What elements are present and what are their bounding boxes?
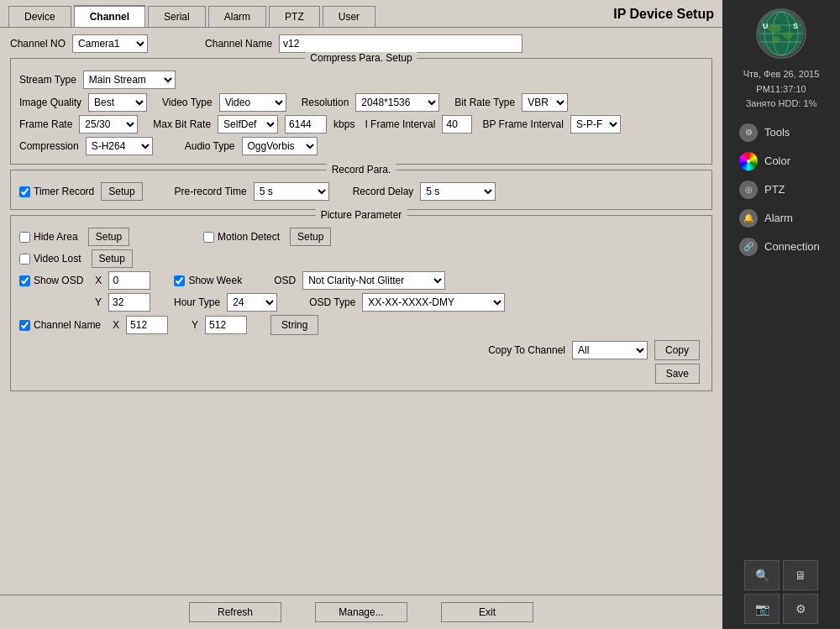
sidebar-menu: ⚙ Tools ● Color ◎ PTZ 🔔 Alarm 🔗 Connecti… [731, 118, 832, 261]
timer-record-setup-button[interactable]: Setup [101, 182, 142, 201]
connection-icon: 🔗 [739, 238, 758, 256]
tab-user[interactable]: User [323, 6, 375, 27]
bp-frame-select[interactable]: S-P-F [570, 115, 621, 134]
ptz-icon: ◎ [739, 181, 758, 199]
channel-name-input[interactable] [279, 34, 522, 53]
frame-rate-label: Frame Rate [19, 118, 72, 130]
bit-rate-type-select[interactable]: VBR [522, 93, 568, 112]
channel-no-select[interactable]: Camera1 [72, 34, 148, 53]
sidebar-monitor-button[interactable]: 🖥 [783, 560, 818, 590]
tab-channel[interactable]: Channel [74, 5, 145, 27]
video-type-label: Video Type [162, 97, 213, 108]
record-delay-select[interactable]: 5 s [420, 182, 496, 201]
hide-area-label: Hide Area [34, 231, 78, 243]
stream-type-select[interactable]: Main Stream [83, 71, 176, 89]
channel-name-pic-label: Channel Name [34, 319, 101, 331]
refresh-button[interactable]: Refresh [189, 602, 281, 622]
save-button[interactable]: Save [655, 364, 700, 384]
video-type-select[interactable]: Video [219, 93, 286, 112]
channel-name-y-input[interactable] [205, 316, 247, 334]
copy-to-channel-label: Copy To Channel [488, 344, 565, 356]
sidebar-item-tools[interactable]: ⚙ Tools [731, 118, 832, 147]
copy-button[interactable]: Copy [654, 340, 700, 360]
stream-type-label: Stream Type [19, 74, 76, 86]
sidebar-camera-button[interactable]: 📷 [744, 594, 780, 624]
svg-text:U: U [763, 22, 769, 30]
motion-detect-checkbox[interactable] [203, 232, 214, 243]
max-bit-rate-select[interactable]: SelfDef [218, 115, 278, 134]
sidebar-item-alarm[interactable]: 🔔 Alarm [731, 204, 832, 233]
manage-button[interactable]: Manage... [315, 602, 407, 622]
audio-type-label: Audio Type [185, 140, 235, 152]
i-frame-label: I Frame Interval [365, 118, 435, 130]
string-button[interactable]: String [270, 315, 318, 335]
channel-name-x-label: X [113, 319, 119, 331]
tab-device[interactable]: Device [8, 6, 71, 27]
svg-point-7 [783, 32, 793, 39]
channel-name-y-label: Y [192, 319, 198, 331]
timer-record-checkbox[interactable] [19, 186, 30, 197]
max-bit-rate-label: Max Bit Rate [153, 118, 211, 130]
compression-label: Compression [19, 140, 79, 152]
motion-detect-setup-button[interactable]: Setup [290, 228, 331, 246]
resolution-label: Resolution [302, 97, 349, 108]
sidebar-item-ptz[interactable]: ◎ PTZ [731, 176, 832, 204]
sidebar-item-connection[interactable]: 🔗 Connection [731, 233, 832, 261]
page-title: IP Device Setup [613, 7, 714, 25]
tab-alarm[interactable]: Alarm [208, 6, 266, 27]
video-lost-setup-button[interactable]: Setup [92, 249, 133, 268]
hide-area-checkbox[interactable] [19, 232, 30, 243]
image-quality-select[interactable]: Best [88, 93, 147, 112]
tools-icon: ⚙ [739, 123, 758, 142]
image-quality-label: Image Quality [19, 97, 81, 108]
record-delay-label: Record Delay [353, 186, 414, 197]
kbps-label: kbps [333, 118, 354, 130]
compress-section-title: Compress Para. Setup [305, 52, 417, 64]
hour-type-select[interactable]: 24 [227, 293, 277, 312]
show-osd-checkbox[interactable] [19, 275, 30, 286]
sidebar-search-button[interactable]: 🔍 [744, 560, 780, 590]
pre-record-select[interactable]: 5 s [254, 182, 329, 201]
max-bit-rate-input[interactable] [285, 115, 327, 134]
timer-record-label: Timer Record [34, 186, 94, 197]
bp-frame-label: BP Frame Interval [482, 118, 563, 130]
tab-serial[interactable]: Serial [148, 6, 206, 27]
show-week-label: Show Week [188, 275, 242, 286]
osd-label: OSD [274, 275, 296, 286]
osd-select[interactable]: Not Clarity-Not Glitter [302, 271, 445, 290]
frame-rate-select[interactable]: 25/30 [79, 115, 138, 134]
exit-button[interactable]: Exit [441, 602, 533, 622]
svg-point-8 [772, 36, 780, 43]
channel-no-label: Channel NO [10, 38, 66, 50]
osd-x-input[interactable] [108, 271, 150, 290]
sidebar-settings-button[interactable]: ⚙ [783, 594, 818, 624]
color-icon: ● [739, 152, 758, 170]
hide-area-setup-button[interactable]: Setup [88, 228, 129, 246]
sidebar-bottom-buttons: 🔍 🖥 📷 ⚙ [722, 555, 840, 629]
i-frame-input[interactable] [442, 115, 472, 134]
sidebar-item-color[interactable]: ● Color [731, 147, 832, 176]
sidebar-datetime: Чтв, Фев 26, 2015 PM11:37:10 Занято HDD:… [743, 67, 820, 112]
audio-type-select[interactable]: OggVorbis [242, 137, 318, 155]
osd-type-label: OSD Type [309, 296, 355, 308]
video-lost-checkbox[interactable] [19, 254, 30, 265]
video-lost-label: Video Lost [34, 253, 81, 265]
channel-name-checkbox[interactable] [19, 320, 30, 331]
motion-detect-label: Motion Detect [218, 231, 280, 243]
osd-y-label: Y [95, 296, 102, 308]
channel-name-x-input[interactable] [126, 316, 168, 334]
show-week-checkbox[interactable] [174, 275, 185, 286]
svg-text:S: S [793, 22, 798, 30]
copy-to-channel-select[interactable]: All [572, 341, 648, 359]
tab-ptz[interactable]: PTZ [269, 6, 320, 27]
bit-rate-type-label: Bit Rate Type [454, 97, 515, 108]
pre-record-label: Pre-record Time [175, 186, 247, 197]
compression-select[interactable]: S-H264 [86, 137, 153, 155]
osd-y-input[interactable] [108, 293, 150, 312]
resolution-select[interactable]: 2048*1536 [355, 93, 439, 112]
svg-point-6 [768, 24, 781, 33]
alarm-icon: 🔔 [739, 209, 758, 228]
osd-type-select[interactable]: XX-XX-XXXX-DMY [362, 293, 505, 312]
osd-x-label: X [95, 275, 102, 286]
show-osd-label: Show OSD [34, 275, 83, 286]
